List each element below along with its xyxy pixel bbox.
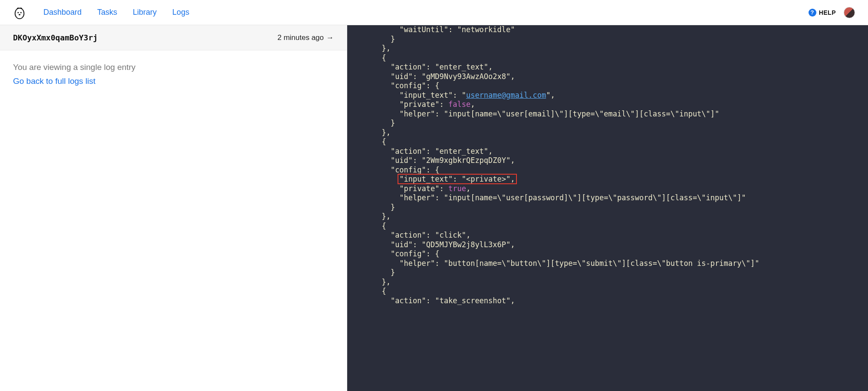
svg-point-2 — [20, 12, 22, 13]
viewing-single-log-msg: You are viewing a single log entry — [13, 63, 334, 72]
svg-point-0 — [15, 8, 24, 18]
code-line: { — [355, 287, 386, 295]
code-line: "uid": "QD5MJYBw2j8ylL3x6P", — [355, 240, 515, 249]
code-line: { — [355, 137, 386, 146]
left-body: You are viewing a single log entry Go ba… — [0, 50, 347, 98]
code-line: "waitUntil": "networkidle" — [355, 25, 515, 34]
code-line: "action": "enter_text", — [355, 147, 493, 156]
code-line: "helper": "input[name=\"user[email]\"][t… — [355, 109, 719, 118]
code-line: "uid": "gMD9Nvy93AwzAOo2x8", — [355, 72, 515, 81]
svg-point-1 — [17, 12, 19, 13]
code-line: } — [355, 35, 395, 43]
help-button[interactable]: ? HELP — [809, 9, 836, 17]
nav-logs[interactable]: Logs — [172, 8, 189, 17]
svg-point-3 — [19, 14, 20, 15]
code-panel[interactable]: "waitUntil": "networkidle" } }, { "actio… — [347, 25, 868, 391]
code-line: { — [355, 53, 386, 62]
code-line: } — [355, 203, 395, 212]
code-line: "action": "take_screenshot", — [355, 296, 515, 305]
nav-dashboard[interactable]: Dashboard — [43, 8, 82, 17]
code-line: "input_text": "<private>", — [355, 175, 515, 183]
code-line: "input_text": "username@gmail.com", — [355, 91, 555, 99]
code-line: "uid": "2Wm9xgbkrQEzpqDZ0Y", — [355, 156, 515, 165]
code-line: "config": { — [355, 81, 440, 90]
back-to-logs-link[interactable]: Go back to full logs list — [13, 76, 95, 86]
code-line: { — [355, 222, 386, 230]
left-panel: DKOyxXmx0qamBoY3rj 2 minutes ago → You a… — [0, 25, 347, 391]
code-line: }, — [355, 212, 391, 221]
code-line: }, — [355, 44, 391, 53]
code-line: } — [355, 268, 395, 277]
code-line: "helper": "input[name=\"user[password]\"… — [355, 193, 746, 202]
code-line: "private": true, — [355, 184, 470, 193]
nav-library[interactable]: Library — [133, 8, 157, 17]
code-line: "helper": "button[name=\"button\"][type=… — [355, 259, 759, 268]
code-line: } — [355, 119, 395, 127]
main: DKOyxXmx0qamBoY3rj 2 minutes ago → You a… — [0, 25, 868, 391]
avatar[interactable] — [844, 7, 855, 18]
code-line: "config": { — [355, 166, 440, 174]
nav-tasks[interactable]: Tasks — [97, 8, 117, 17]
logo[interactable] — [13, 6, 26, 19]
help-icon: ? — [809, 9, 816, 17]
nav-links: Dashboard Tasks Library Logs — [43, 8, 189, 17]
help-label: HELP — [819, 9, 836, 16]
code-line: "config": { — [355, 249, 440, 258]
log-entry-id: DKOyxXmx0qamBoY3rj — [13, 33, 98, 42]
code-line: "private": false, — [355, 100, 475, 109]
log-entry-time: 2 minutes ago → — [277, 33, 334, 42]
code-block: "waitUntil": "networkidle" } }, { "actio… — [347, 25, 868, 305]
log-entry-bar[interactable]: DKOyxXmx0qamBoY3rj 2 minutes ago → — [0, 25, 347, 50]
arrow-right-icon: → — [326, 33, 334, 42]
top-nav: Dashboard Tasks Library Logs ? HELP — [0, 0, 868, 25]
code-line: }, — [355, 278, 391, 286]
log-entry-time-text: 2 minutes ago — [277, 33, 324, 42]
code-line: "action": "click", — [355, 231, 470, 239]
code-line: }, — [355, 128, 391, 137]
code-line: "action": "enter_text", — [355, 63, 493, 71]
